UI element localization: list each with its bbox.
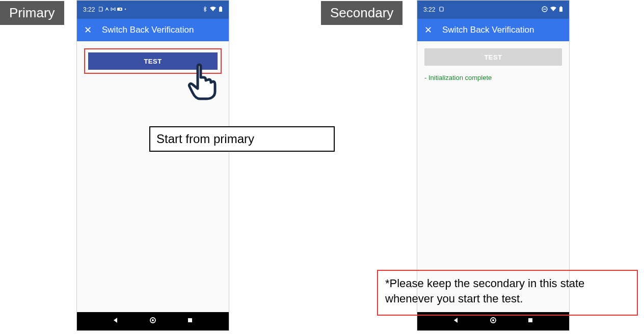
- svg-rect-0: [99, 7, 102, 11]
- callout-text: Start from primary: [156, 132, 254, 146]
- close-icon[interactable]: ✕: [84, 24, 92, 36]
- battery-icon: [219, 6, 223, 14]
- nav-back-icon[interactable]: [112, 317, 119, 326]
- wifi-icon: [550, 6, 557, 13]
- status-time: 3:22: [83, 6, 95, 13]
- nav-recent-icon[interactable]: [186, 317, 194, 326]
- nav-back-icon[interactable]: [452, 317, 460, 326]
- nav-home-icon[interactable]: [490, 317, 497, 326]
- svg-rect-14: [560, 6, 562, 7]
- app-bar-primary: ✕ Switch Back Verification: [77, 19, 229, 41]
- status-time: 3:22: [423, 6, 435, 13]
- callout-start-from-primary: Start from primary: [149, 126, 335, 152]
- svg-rect-10: [440, 7, 443, 11]
- svg-point-17: [492, 319, 494, 321]
- callout-text: *Please keep the secondary in this state…: [385, 277, 584, 305]
- svg-rect-18: [528, 318, 532, 322]
- svg-rect-13: [559, 7, 562, 12]
- app-title: Switch Back Verification: [442, 25, 534, 35]
- app-title: Switch Back Verification: [102, 25, 194, 35]
- bluetooth-icon: [203, 6, 207, 14]
- status-icons-left: [99, 6, 135, 14]
- wifi-icon: [209, 6, 217, 13]
- svg-rect-5: [220, 6, 222, 7]
- nav-recent-icon[interactable]: [527, 317, 534, 326]
- status-icons-left: [439, 6, 445, 14]
- test-button-disabled: TEST: [424, 48, 562, 66]
- close-icon[interactable]: ✕: [424, 24, 432, 36]
- callout-keep-secondary-state: *Please keep the secondary in this state…: [377, 270, 638, 316]
- svg-marker-6: [114, 318, 117, 323]
- status-bar-primary: 3:22: [77, 1, 229, 19]
- svg-rect-9: [188, 318, 192, 322]
- label-secondary: Secondary: [321, 1, 403, 25]
- status-message: - Initialization complete: [424, 74, 562, 81]
- dnd-icon: [542, 6, 548, 14]
- pointer-hand-icon: [187, 62, 219, 104]
- battery-icon: [559, 6, 563, 14]
- phone-primary: 3:22 ✕: [76, 0, 229, 331]
- label-primary: Primary: [0, 1, 64, 25]
- svg-marker-15: [454, 318, 458, 323]
- nav-home-icon[interactable]: [149, 317, 156, 326]
- nav-bar-primary: [77, 312, 229, 330]
- svg-point-8: [152, 319, 154, 321]
- svg-rect-4: [219, 7, 222, 12]
- status-bar-secondary: 3:22: [417, 1, 569, 19]
- svg-point-3: [125, 8, 126, 9]
- app-bar-secondary: ✕ Switch Back Verification: [417, 19, 569, 41]
